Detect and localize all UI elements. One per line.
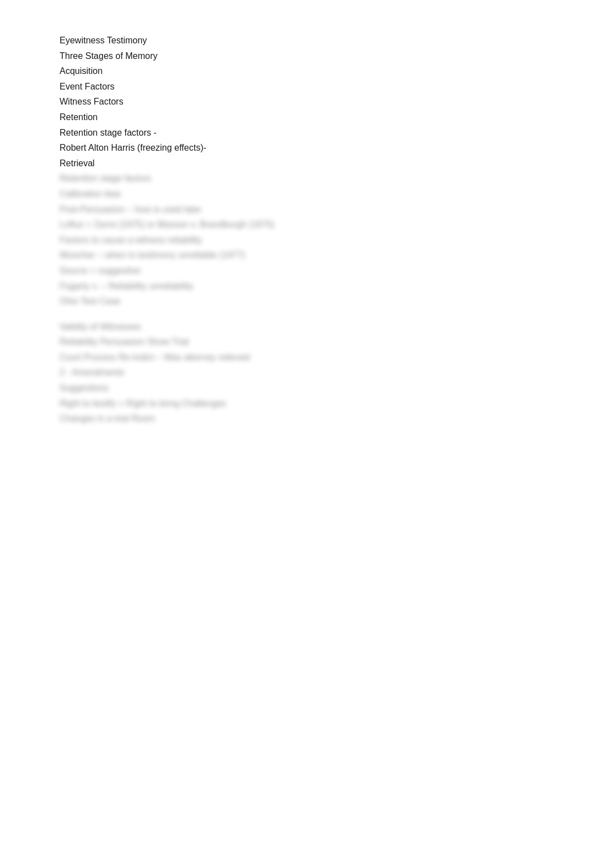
line-blurred-10: Validity of Witnesses: [60, 320, 449, 334]
line-blurred-8: Fogarty v. – Reliability unreliability: [60, 279, 449, 294]
line-blurred-16: Changes in a trial Room: [60, 411, 449, 426]
line-blurred-3: Post-Persuasion – how is used later: [60, 202, 449, 217]
line-robert-alton-harris: Robert Alton Harris (freezing effects)-: [60, 141, 449, 155]
line-witness-factors: Witness Factors: [60, 95, 449, 109]
spacer-1: [60, 310, 449, 320]
line-blurred-2: Calibration bias: [60, 187, 449, 201]
line-blurred-1: Retention stage factors: [60, 171, 449, 186]
line-eyewitness-testimony: Eyewitness Testimony: [60, 33, 449, 48]
line-blurred-9: Ohio Test Case: [60, 294, 449, 309]
line-blurred-5: Factors to cause a witness reliability: [60, 233, 449, 247]
line-blurred-13: 2 - Amendments: [60, 365, 449, 380]
line-event-factors: Event Factors: [60, 80, 449, 94]
line-blurred-12: Court Process Re-Indict – Was attorney r…: [60, 350, 449, 365]
main-content: Eyewitness Testimony Three Stages of Mem…: [60, 33, 449, 426]
line-three-stages: Three Stages of Memory: [60, 49, 449, 63]
line-retrieval: Retrieval: [60, 156, 449, 171]
line-blurred-14: Suggestions: [60, 381, 449, 395]
line-blurred-7: Source + suggestive: [60, 264, 449, 278]
line-blurred-11: Reliability Persuasion Show Trial: [60, 335, 449, 349]
line-acquisition: Acquisition: [60, 64, 449, 78]
line-blurred-6: Woocher – when is testimony unreliable (…: [60, 248, 449, 262]
line-retention-stage-factors: Retention stage factors -: [60, 126, 449, 140]
line-retention: Retention: [60, 110, 449, 125]
line-blurred-4: Loftus + Zanni (1975) or Maxson v. Brand…: [60, 217, 449, 232]
line-blurred-15: Right to testify + Right to bring Challe…: [60, 396, 449, 411]
